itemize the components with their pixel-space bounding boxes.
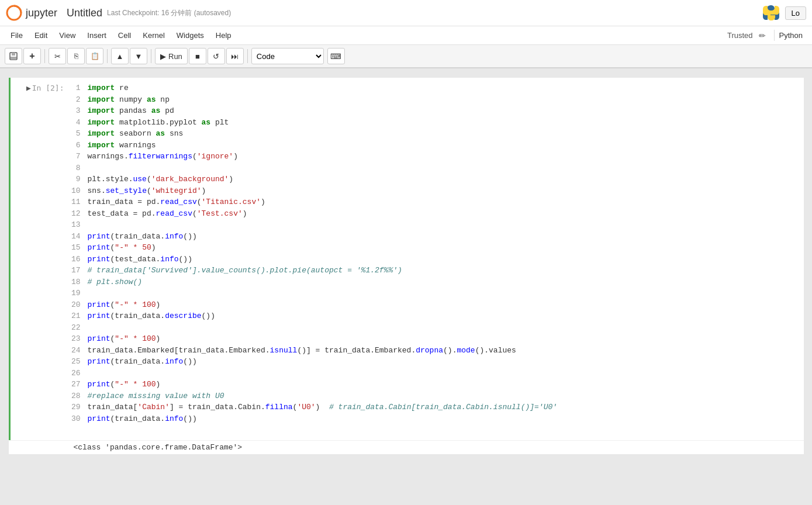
toolbar-separator-1 [44, 49, 45, 63]
code-cell[interactable]: ▶ In [2]: 1import re2import numpy as np3… [9, 78, 804, 440]
code-token: read_csv [160, 198, 196, 206]
line-number: 1 [71, 82, 88, 94]
code-token-group[interactable]: import seaborn as sns [88, 128, 184, 140]
fast-forward-button[interactable]: ⏭ [226, 48, 244, 64]
svg-point-2 [772, 17, 773, 19]
code-token: print [88, 414, 110, 423]
code-line: 30print(train_data.info()) [71, 413, 801, 425]
cut-button[interactable]: ✂ [49, 48, 66, 64]
code-token-group[interactable]: import warnings [88, 140, 156, 151]
toolbar-separator-3 [151, 49, 151, 63]
add-cell-button[interactable]: + [23, 48, 41, 64]
code-token-group[interactable]: import matplotlib.pyplot as plt [88, 117, 229, 129]
kernel-name: Python [774, 30, 807, 41]
menu-edit[interactable]: Edit [29, 29, 53, 42]
menu-cell[interactable]: Cell [112, 29, 137, 42]
jupyter-wordmark: jupyter [26, 7, 57, 19]
jupyter-logo: jupyter [6, 5, 57, 21]
code-token: ) [156, 334, 161, 343]
notebook-title[interactable]: Untitled [67, 7, 102, 19]
line-number: 8 [71, 162, 88, 174]
code-token: ()) [183, 357, 196, 366]
code-token: info [165, 414, 183, 423]
code-token: train_data = pd. [88, 198, 161, 206]
line-number: 12 [71, 208, 88, 220]
line-number: 21 [71, 310, 88, 322]
code-token: "-" * 100 [115, 380, 156, 389]
save-button[interactable] [5, 48, 22, 64]
save-icon [9, 51, 18, 61]
code-token: np [156, 95, 170, 104]
code-token-group[interactable]: # plt.show() [88, 276, 143, 288]
code-token: info [165, 357, 183, 366]
code-token-group[interactable]: print("-" * 100) [88, 299, 161, 311]
move-up-button[interactable]: ▲ [111, 48, 129, 64]
code-token-group[interactable]: sns.set_style('whitegrid') [88, 185, 206, 197]
code-token-group[interactable]: print(train_data.info()) [88, 356, 197, 368]
code-token: 'ignore' [197, 152, 233, 161]
code-token: import [88, 141, 115, 150]
line-number: 6 [71, 140, 88, 151]
cell-type-select[interactable]: Code Markdown Raw NBConvert Heading [251, 48, 324, 64]
svg-rect-5 [11, 57, 16, 60]
code-token-group[interactable]: print(train_data.info()) [88, 231, 197, 243]
python-icon [762, 4, 780, 22]
line-number: 15 [71, 242, 88, 254]
code-token-group[interactable]: import pandas as pd [88, 105, 174, 117]
code-token-group[interactable]: print("-" * 100) [88, 333, 161, 345]
code-token: ( [147, 175, 151, 184]
code-token-group[interactable]: print(train_data.describe()) [88, 310, 215, 322]
code-token-group[interactable]: print(test_data.info()) [88, 254, 192, 265]
code-token-group[interactable]: import numpy as np [88, 94, 170, 106]
code-token-group[interactable]: #replace missing value with U0 [88, 390, 224, 402]
run-button[interactable]: ▶ ▶ Run Run [155, 48, 188, 64]
cell-input[interactable]: 1import re2import numpy as np3import pan… [69, 78, 804, 440]
code-token-group[interactable]: train_data['Cabin'] = train_data.Cabin.f… [88, 402, 558, 413]
code-line: 15print("-" * 50) [71, 242, 801, 254]
code-token-group[interactable]: import re [88, 82, 129, 94]
code-line: 2import numpy as np [71, 94, 801, 106]
login-button[interactable]: Lo [785, 6, 806, 20]
code-token-group[interactable]: train_data = pd.read_csv('Titanic.csv') [88, 196, 265, 208]
code-token-group[interactable]: print("-" * 100) [88, 379, 161, 390]
code-token-group[interactable]: test_data = pd.read_csv('Test.csv') [88, 208, 247, 220]
output-text: <class 'pandas.core.frame.DataFrame'> [74, 443, 243, 452]
code-token: print [88, 243, 110, 252]
code-token-group[interactable]: plt.style.use('dark_background') [88, 174, 234, 185]
line-number: 14 [71, 231, 88, 243]
code-line: 13 [71, 219, 801, 231]
restart-icon: ↺ [213, 52, 219, 61]
code-token: as [151, 106, 161, 115]
code-token-group[interactable]: # train_data['Survived'].value_counts().… [88, 265, 402, 276]
code-token-group[interactable]: train_data.Embarked[train_data.Embarked.… [88, 345, 516, 357]
code-line: 14print(train_data.info()) [71, 231, 801, 243]
code-token-group[interactable]: warnings.filterwarnings('ignore') [88, 151, 238, 162]
line-number: 3 [71, 105, 88, 117]
stop-button[interactable]: ■ [189, 48, 206, 64]
code-line: 7warnings.filterwarnings('ignore') [71, 151, 801, 162]
menu-help[interactable]: Help [210, 29, 237, 42]
code-token: ( [192, 209, 197, 218]
keyboard-shortcuts-button[interactable]: ⌨ [327, 48, 345, 64]
menu-view[interactable]: View [53, 29, 81, 42]
code-token: (train_data. [110, 414, 165, 423]
line-number: 19 [71, 288, 88, 299]
move-down-button[interactable]: ▼ [130, 48, 147, 64]
restart-button[interactable]: ↺ [208, 48, 225, 64]
code-token-group[interactable]: print(train_data.info()) [88, 413, 197, 425]
run-icon: ▶ [160, 52, 166, 61]
paste-button[interactable]: 📋 [86, 48, 103, 64]
menu-insert[interactable]: Insert [81, 29, 112, 42]
edit-notebook-icon[interactable]: ✏ [756, 30, 768, 41]
code-line: 25print(train_data.info()) [71, 356, 801, 368]
code-line: 8 [71, 162, 801, 174]
code-token-group[interactable]: print("-" * 50) [88, 242, 156, 254]
code-token: # train_data.Cabin[train_data.Cabin.isnu… [329, 403, 557, 411]
code-line: 23print("-" * 100) [71, 333, 801, 345]
menu-widgets[interactable]: Widgets [171, 29, 210, 42]
copy-button[interactable]: ⎘ [67, 48, 85, 64]
menu-file[interactable]: File [5, 29, 29, 42]
code-token: "-" * 100 [115, 334, 156, 343]
code-line: 29train_data['Cabin'] = train_data.Cabin… [71, 402, 801, 413]
menu-kernel[interactable]: Kernel [137, 29, 171, 42]
